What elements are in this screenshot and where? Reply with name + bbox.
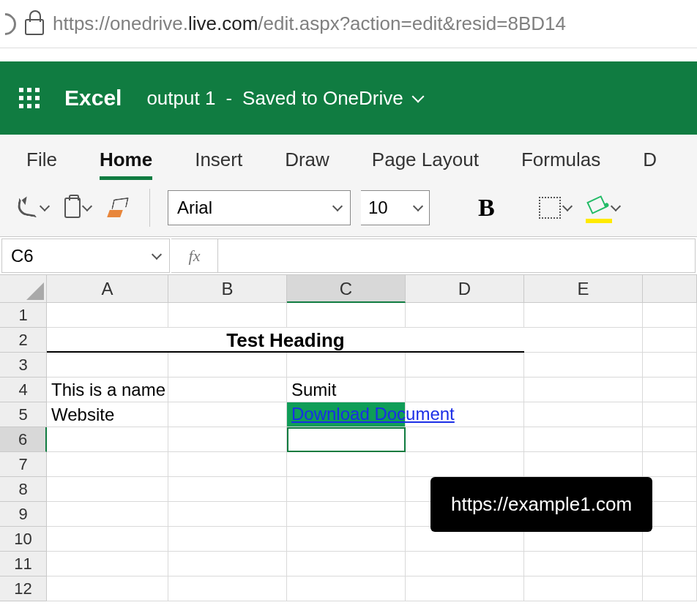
cells-area[interactable]: This is a nameSumit Website Test Heading… <box>47 303 697 601</box>
cell[interactable] <box>168 502 287 527</box>
cell[interactable] <box>643 452 697 477</box>
cell[interactable] <box>47 527 168 552</box>
tab-insert[interactable]: Insert <box>195 149 242 179</box>
cell[interactable] <box>47 477 168 502</box>
bold-button[interactable]: B <box>472 194 501 222</box>
cell[interactable] <box>643 303 697 328</box>
cell[interactable] <box>524 353 643 378</box>
row-header[interactable]: 2 <box>0 328 47 353</box>
row-header[interactable]: 3 <box>0 353 47 378</box>
select-all-corner[interactable] <box>0 275 47 303</box>
cell[interactable] <box>287 552 406 576</box>
cell[interactable] <box>168 402 287 427</box>
col-header-d[interactable]: D <box>406 275 524 303</box>
fill-color-button[interactable] <box>584 194 622 222</box>
row-header[interactable]: 6 <box>0 427 47 452</box>
row-header[interactable]: 9 <box>0 502 47 527</box>
col-header-a[interactable]: A <box>47 275 168 303</box>
cell[interactable] <box>287 427 406 452</box>
cell[interactable] <box>524 427 643 452</box>
row-header[interactable]: 12 <box>0 576 47 601</box>
cell[interactable] <box>47 576 168 601</box>
row-header[interactable]: 7 <box>0 452 47 477</box>
app-name[interactable]: Excel <box>64 86 122 110</box>
cell[interactable] <box>643 378 697 402</box>
row-header[interactable]: 5 <box>0 402 47 427</box>
tab-home[interactable]: Home <box>100 149 152 179</box>
col-header-c[interactable]: C <box>287 275 406 303</box>
document-title-area[interactable]: output 1 - Saved to OneDrive <box>146 87 422 110</box>
cell[interactable] <box>168 527 287 552</box>
font-name-select[interactable]: Arial <box>168 190 351 225</box>
cell[interactable] <box>47 452 168 477</box>
cell[interactable] <box>287 527 406 552</box>
cell[interactable] <box>47 303 168 328</box>
cell-a4[interactable]: This is a name <box>47 378 168 402</box>
cell[interactable] <box>168 576 287 601</box>
cell[interactable] <box>406 427 524 452</box>
cell[interactable] <box>643 402 697 427</box>
cell[interactable] <box>168 477 287 502</box>
paste-button[interactable] <box>61 195 94 221</box>
cell[interactable] <box>524 552 643 576</box>
fx-label[interactable]: fx <box>171 238 218 273</box>
cell-a5[interactable]: Website <box>47 402 168 427</box>
col-header-b[interactable]: B <box>168 275 287 303</box>
font-size-select[interactable]: 10 <box>361 190 430 225</box>
cell-c4[interactable]: Sumit <box>287 378 406 402</box>
row-header[interactable]: 8 <box>0 477 47 502</box>
cell[interactable] <box>287 303 406 328</box>
cell[interactable] <box>524 452 643 477</box>
cell[interactable] <box>168 378 287 402</box>
formula-input[interactable] <box>218 238 696 273</box>
merged-heading-cell[interactable]: Test Heading <box>47 328 524 353</box>
cell[interactable] <box>406 303 524 328</box>
cell[interactable] <box>47 502 168 527</box>
cell[interactable] <box>287 576 406 601</box>
col-header-partial[interactable] <box>643 275 697 303</box>
cell[interactable] <box>168 552 287 576</box>
cell[interactable] <box>406 378 524 402</box>
cell[interactable] <box>47 427 168 452</box>
tab-draw[interactable]: Draw <box>285 149 329 179</box>
cell[interactable] <box>168 353 287 378</box>
cell[interactable] <box>643 353 697 378</box>
cell[interactable] <box>47 353 168 378</box>
cell[interactable] <box>168 452 287 477</box>
col-header-e[interactable]: E <box>524 275 643 303</box>
cell[interactable] <box>643 328 697 353</box>
row-header[interactable]: 4 <box>0 378 47 402</box>
cell[interactable] <box>406 576 524 601</box>
url-text[interactable]: https://onedrive.live.com/edit.aspx?acti… <box>53 12 566 35</box>
cell[interactable] <box>643 427 697 452</box>
cell[interactable] <box>524 576 643 601</box>
cell[interactable] <box>168 427 287 452</box>
tab-formulas[interactable]: Formulas <box>521 149 600 179</box>
cell[interactable] <box>168 303 287 328</box>
tab-page-layout[interactable]: Page Layout <box>372 149 479 179</box>
cell[interactable] <box>406 353 524 378</box>
cell[interactable] <box>287 502 406 527</box>
lock-icon[interactable] <box>25 19 44 35</box>
refresh-icon[interactable] <box>0 8 20 39</box>
app-launcher-icon[interactable] <box>19 88 40 108</box>
borders-button[interactable] <box>536 194 574 222</box>
undo-button[interactable] <box>15 197 51 219</box>
cell[interactable] <box>406 552 524 576</box>
row-header[interactable]: 11 <box>0 552 47 576</box>
cell[interactable] <box>287 353 406 378</box>
cell[interactable] <box>524 378 643 402</box>
hyperlink-cell[interactable]: Download Document <box>291 404 455 424</box>
cell[interactable] <box>287 452 406 477</box>
cell[interactable] <box>643 552 697 576</box>
cell[interactable] <box>524 402 643 427</box>
tab-file[interactable]: File <box>26 149 57 179</box>
cell[interactable] <box>406 452 524 477</box>
row-header[interactable]: 1 <box>0 303 47 328</box>
tab-partial[interactable]: D <box>643 149 657 179</box>
cell[interactable] <box>287 477 406 502</box>
cell[interactable] <box>643 576 697 601</box>
cell[interactable] <box>524 303 643 328</box>
clear-format-button[interactable] <box>104 195 132 220</box>
cell[interactable] <box>524 328 643 353</box>
